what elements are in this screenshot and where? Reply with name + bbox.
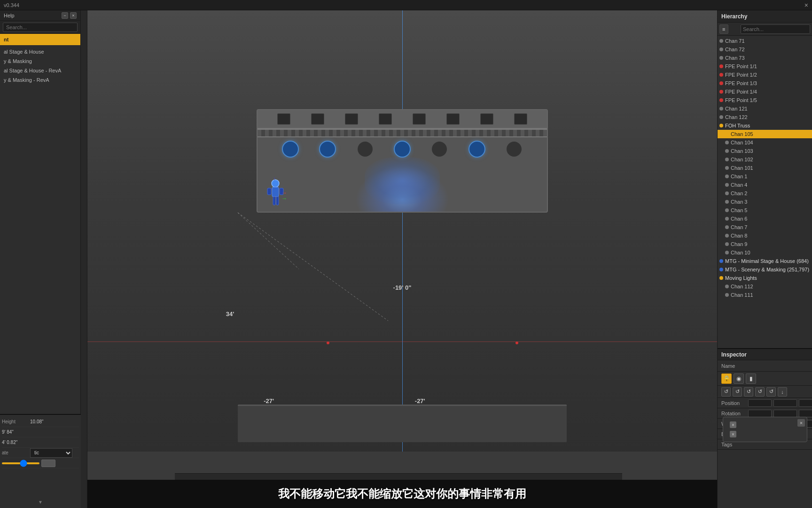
help-pin-button[interactable]: − xyxy=(62,12,68,19)
help-close-button[interactable]: × xyxy=(70,12,77,19)
inspector-trash-button[interactable]: ▮ xyxy=(746,373,756,384)
hier-dot-fpe12 xyxy=(719,73,723,77)
left-tree-item[interactable]: y & Masking xyxy=(0,56,80,66)
left-tree-item[interactable]: al Stage & House xyxy=(0,47,80,56)
rot-btn-6[interactable]: ↓ xyxy=(778,387,787,397)
state-dropdown[interactable]: tic xyxy=(30,448,72,458)
hierarchy-item-chan72[interactable]: Chan 72 xyxy=(718,45,812,54)
hierarchy-item-chan71[interactable]: Chan 71 xyxy=(718,37,812,45)
front-fixture-5 xyxy=(431,141,448,158)
tag-remove-1[interactable]: × xyxy=(730,421,736,428)
hier-label-chan104: Chan 104 xyxy=(731,140,753,145)
scroll-indicator: ▼ xyxy=(0,499,81,505)
position-z-field[interactable] xyxy=(799,399,812,407)
hierarchy-extra-button[interactable] xyxy=(730,24,739,34)
hierarchy-item-fpe15[interactable]: FPE Point 1/5 xyxy=(718,96,812,104)
hierarchy-item-chan5[interactable]: Chan 5 xyxy=(718,206,812,214)
hierarchy-item-chan104[interactable]: Chan 104 xyxy=(718,138,812,147)
hierarchy-item-mtg-scenery[interactable]: MTG - Scenery & Masking (251,797) xyxy=(718,265,812,274)
hierarchy-item-fpe13[interactable]: FPE Point 1/3 xyxy=(718,79,812,87)
hierarchy-search-input[interactable] xyxy=(741,24,810,34)
rot-btn-5[interactable]: ↺ xyxy=(766,387,776,397)
prop-row-3: 4' 0.82" xyxy=(2,437,79,448)
crosshair-horizontal xyxy=(87,341,717,342)
hierarchy-item-chan105[interactable]: Chan 105 xyxy=(718,130,812,138)
right-panel: Hierarchy ≡ Chan 71Chan 72Chan 73FPE Poi… xyxy=(717,10,812,508)
inspector-header: Inspector xyxy=(718,349,812,360)
rot-btn-3[interactable]: ↺ xyxy=(744,387,753,397)
rotation-y-field[interactable] xyxy=(773,410,797,417)
hierarchy-item-chan102[interactable]: Chan 102 xyxy=(718,155,812,164)
hierarchy-header: Hierarchy xyxy=(718,10,812,23)
hier-dot-chan5 xyxy=(725,208,729,212)
hier-dot-chan3 xyxy=(725,200,729,204)
hierarchy-item-chan122[interactable]: Chan 122 xyxy=(718,113,812,121)
main-viewport[interactable]: → → ↑ -19' 0" 34' -27' -27' xyxy=(87,10,717,508)
help-label: Help xyxy=(4,13,15,18)
hierarchy-item-foh-truss[interactable]: FOH Truss xyxy=(718,121,812,130)
hierarchy-item-chan112[interactable]: Chan 112 xyxy=(718,282,812,291)
panel-slider[interactable] xyxy=(2,462,39,464)
hierarchy-item-chan9[interactable]: Chan 9 xyxy=(718,240,812,248)
hier-label-chan103: Chan 103 xyxy=(731,148,753,154)
hierarchy-item-chan4[interactable]: Chan 4 xyxy=(718,181,812,189)
hier-dot-mtg-minimal xyxy=(719,259,723,263)
position-y-field[interactable] xyxy=(773,399,797,407)
hierarchy-toolbar: ≡ xyxy=(718,23,812,36)
hierarchy-item-chan121[interactable]: Chan 121 xyxy=(718,104,812,113)
stage-fixture-5 xyxy=(413,113,426,125)
rot-btn-2[interactable]: ↺ xyxy=(733,387,742,397)
hierarchy-item-fpe11[interactable]: FPE Point 1/1 xyxy=(718,62,812,71)
tag-remove-2[interactable]: × xyxy=(730,431,736,437)
rotation-x-field[interactable] xyxy=(748,410,772,417)
state-label: ate xyxy=(2,450,30,455)
close-button[interactable]: × xyxy=(804,1,808,9)
viewport-canvas[interactable]: → → ↑ -19' 0" 34' -27' -27' xyxy=(87,10,717,452)
hier-dot-chan73 xyxy=(719,56,723,60)
position-x-field[interactable] xyxy=(748,399,772,407)
hierarchy-item-chan3[interactable]: Chan 3 xyxy=(718,198,812,206)
hierarchy-item-chan7[interactable]: Chan 7 xyxy=(718,223,812,231)
hier-label-fpe14: FPE Point 1/4 xyxy=(725,89,757,95)
glow-inner xyxy=(365,157,440,204)
hierarchy-item-chan73[interactable]: Chan 73 xyxy=(718,54,812,62)
hierarchy-item-fpe14[interactable]: FPE Point 1/4 xyxy=(718,87,812,96)
hierarchy-item-chan8[interactable]: Chan 8 xyxy=(718,231,812,240)
svg-rect-2 xyxy=(267,188,271,195)
selected-item-text: nt xyxy=(4,37,8,42)
left-tree-item[interactable]: y & Masking - RevA xyxy=(0,75,80,85)
hierarchy-item-moving-lights[interactable]: Moving Lights xyxy=(718,274,812,282)
tags-close-button[interactable]: × xyxy=(797,419,805,427)
rotation-z-field[interactable] xyxy=(799,410,812,417)
inspector-lock-button[interactable]: 🔒 xyxy=(721,373,732,384)
hierarchy-item-chan101[interactable]: Chan 101 xyxy=(718,164,812,172)
hier-dot-chan72 xyxy=(719,48,723,51)
stage-fixture-1 xyxy=(277,113,290,125)
hier-dot-chan101 xyxy=(725,166,729,170)
hierarchy-item-chan6[interactable]: Chan 6 xyxy=(718,214,812,223)
search-input-left[interactable] xyxy=(3,23,78,32)
front-fixture-7 xyxy=(506,141,523,158)
hierarchy-item-chan1[interactable]: Chan 1 xyxy=(718,172,812,181)
hierarchy-item-chan111[interactable]: Chan 111 xyxy=(718,291,812,299)
tag-item-1: × xyxy=(726,420,796,429)
horizontal-ruler xyxy=(175,473,622,480)
rot-btn-1[interactable]: ↺ xyxy=(721,387,731,397)
hierarchy-item-chan103[interactable]: Chan 103 xyxy=(718,147,812,155)
hierarchy-item-fpe12[interactable]: FPE Point 1/2 xyxy=(718,71,812,79)
hier-dot-chan8 xyxy=(725,234,729,238)
height-value: 10.08" xyxy=(30,419,79,424)
subtitle-bar: 我不能移动它我不能缩放它这对你的事情非常有用 xyxy=(87,480,717,508)
hier-dot-mtg-scenery xyxy=(719,268,723,271)
hierarchy-item-mtg-minimal[interactable]: MTG - Minimal Stage & House (684) xyxy=(718,257,812,265)
left-tree-item[interactable]: al Stage & House - RevA xyxy=(0,66,80,75)
hierarchy-menu-button[interactable]: ≡ xyxy=(719,24,728,34)
hier-dot-chan71 xyxy=(719,39,723,43)
hierarchy-item-chan2[interactable]: Chan 2 xyxy=(718,189,812,198)
selected-item-bar: nt xyxy=(0,34,80,45)
hier-label-chan4: Chan 4 xyxy=(731,182,747,188)
hierarchy-title: Hierarchy xyxy=(721,13,747,20)
inspector-eye-button[interactable]: ◉ xyxy=(734,373,744,384)
rot-btn-4[interactable]: ↺ xyxy=(755,387,765,397)
hierarchy-item-chan10[interactable]: Chan 10 xyxy=(718,248,812,257)
